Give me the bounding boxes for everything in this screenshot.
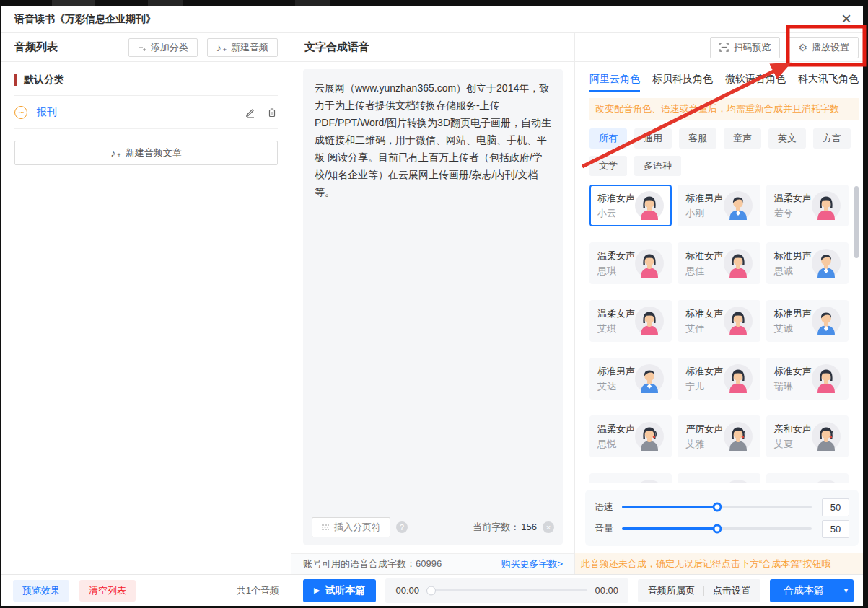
clear-list-button[interactable]: 清空列表 [79,580,136,602]
voice-type: 标准女声 [597,192,635,205]
dialog-titlebar: 语音读书《万彩信息企业期刊》 × [1,6,863,33]
voice-card-思琪[interactable]: 温柔女声思琪 [589,242,672,284]
audio-item-baokan[interactable]: ··· 报刊 [14,96,278,129]
slider-track[interactable] [622,506,812,508]
filter-童声[interactable]: 童声 [724,128,761,149]
player-track[interactable] [426,589,587,591]
voice-avatar [812,191,841,220]
help-icon[interactable]: ? [396,521,408,533]
add-category-button[interactable]: 添加分类 [128,38,198,57]
voice-list-scrollbar[interactable] [854,186,859,258]
voice-name: 思诚 [774,265,812,278]
filter-客服[interactable]: 客服 [679,128,716,149]
qr-scan-icon [719,43,729,52]
voice-type: 温柔女声 [597,423,635,436]
voice-card-若兮[interactable]: 温柔女声若兮 [766,185,849,226]
preview-effect-button[interactable]: 预览效果 [13,580,69,602]
voice-card-宁儿[interactable]: 标准女声宁儿 [678,358,760,400]
new-audio-button[interactable]: ♪+ 新建音频 [207,38,278,57]
voice-card-艾佳[interactable]: 标准女声艾佳 [678,300,760,342]
filter-通用[interactable]: 通用 [634,128,672,149]
voice-avatar [812,364,841,393]
tab-微软语音角色[interactable]: 微软语音角色 [725,73,786,92]
gear-icon: ⚙ [798,42,807,53]
play-settings-button[interactable]: ⚙ 播放设置 [789,37,859,58]
voice-card-艾诚[interactable]: 标准男声艾诚 [766,300,849,342]
synthesize-button[interactable]: 合成本篇 ▼ [770,579,854,602]
caret-down-icon[interactable]: ▼ [838,579,854,602]
add-category-icon [138,43,146,52]
voice-name: 小云 [597,207,635,220]
voice-name: 艾达 [597,380,635,393]
tab-科大讯飞角色[interactable]: 科大讯飞角色 [798,73,859,92]
voice-avatar [724,191,753,220]
voice-card-小云[interactable]: 标准女声小云 [589,185,672,226]
voice-name: 艾佳 [685,322,723,335]
audio-player: 00:00 00:00 [385,578,628,603]
voice-card-艾琪[interactable]: 温柔女声艾琪 [589,300,672,342]
audio-page-setting[interactable]: 音频所属页 点击设置 [638,579,760,602]
slider-语速: 语速50 [595,496,849,518]
scan-preview-button[interactable]: 扫码预览 [710,37,780,58]
voice-type: 标准女声 [685,307,723,320]
filter-英文[interactable]: 英文 [768,128,806,149]
voice-name: 艾夏 [774,438,812,451]
audio-item-name: 报刊 [37,106,57,119]
player-thumb[interactable] [426,586,436,595]
filter-方言[interactable]: 方言 [813,128,851,149]
tab-阿里云角色[interactable]: 阿里云角色 [589,73,640,92]
voice-card-思悦[interactable]: 温柔女声思悦 [589,415,672,457]
pagebreak-icon [321,523,330,532]
synthesis-text-input[interactable]: 云展网（www.yunzhan365.com）创立于2014年，致力于为上传者提… [303,69,563,545]
voice-card-思佳[interactable]: 标准女声思佳 [678,242,760,284]
voice-card-艾达[interactable]: 标准男声艾达 [589,358,672,400]
voice-type: 严厉女声 [685,423,723,436]
slider-thumb[interactable] [712,503,722,512]
char-count-clear-icon[interactable]: × [543,521,554,533]
buy-more-link[interactable]: 购买更多字数> [501,558,563,570]
voice-card-温柔女声[interactable]: 温柔女声 [766,473,849,483]
voice-avatar [724,364,753,393]
voice-avatar [635,364,664,393]
voice-avatar [635,249,664,278]
voice-card-艾夏[interactable]: 亲和女声艾夏 [766,415,849,457]
edit-icon[interactable] [245,107,256,118]
voice-card-艾雅[interactable]: 严厉女声艾雅 [678,415,760,457]
synthesis-note: 此音频还未合成，确定无误后记得点击下方“合成本篇”按钮哦 [575,553,863,574]
delete-icon[interactable] [266,107,278,118]
filter-所有[interactable]: 所有 [589,128,627,149]
voice-card-思诚[interactable]: 标准男声思诚 [766,242,849,284]
voice-type: 标准女声 [685,250,723,263]
char-count-label: 当前字数： [473,519,520,536]
audio-page-label: 音频所属页 [648,584,695,597]
voice-card-瑞琳[interactable]: 标准女声瑞琳 [766,358,849,400]
voice-name: 思悦 [597,438,635,451]
char-count-value: 156 [521,519,537,536]
voice-roles-panel: 扫码预览 ⚙ 播放设置 阿里云角色标贝科技角色微软语音角色科大讯飞角色 改变配音… [575,33,863,574]
voice-name: 思琪 [597,265,635,278]
insert-pagebreak-button[interactable]: 插入分页符 [312,517,390,537]
listen-button[interactable]: ▶ 试听本篇 [303,579,376,602]
voice-card-甜美女声[interactable]: 甜美女声 [589,473,672,483]
voice-type: 标准女声 [774,365,812,378]
voice-card-小刚[interactable]: 标准男声小刚 [678,185,760,226]
close-icon[interactable]: × [841,9,851,29]
new-audio-article-button[interactable]: ♪+ 新建音频文章 [14,141,278,165]
voice-type: 温柔女声 [774,192,812,205]
editor-header: 文字合成语音 [304,40,369,54]
filter-文学[interactable]: 文学 [589,156,627,176]
slider-thumb[interactable] [712,524,722,534]
filter-多语种[interactable]: 多语种 [634,156,681,176]
category-name: 默认分类 [24,74,64,87]
slider-value[interactable]: 50 [822,520,849,538]
voice-avatar [635,422,664,451]
voice-card-自然女声[interactable]: 自然女声 [678,473,760,483]
play-icon: ▶ [314,586,320,595]
slider-track[interactable] [622,527,812,530]
tab-标贝科技角色[interactable]: 标贝科技角色 [652,73,713,92]
voice-avatar [635,480,664,483]
slider-value[interactable]: 50 [822,498,849,516]
category-default[interactable]: 默认分类 [14,74,278,96]
voice-type: 温柔女声 [597,307,635,320]
audio-list-panel: 音频列表 添加分类 ♪+ 新建音频 默认分类 [1,33,291,574]
